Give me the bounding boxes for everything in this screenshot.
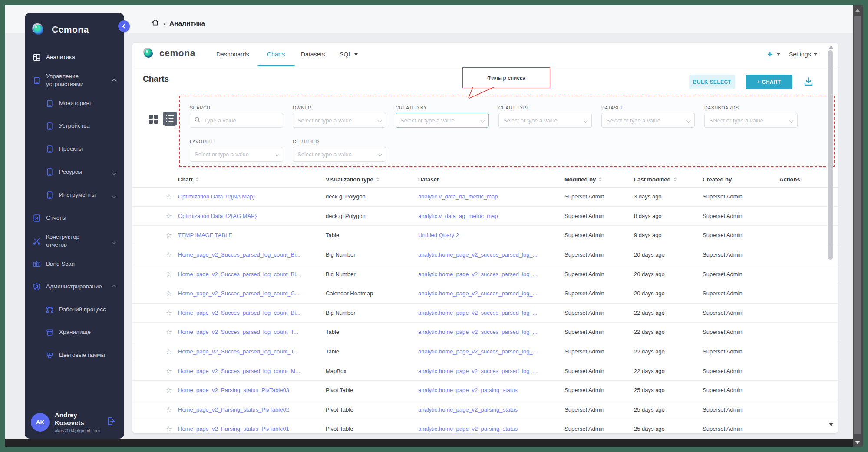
scroll-down-arrow[interactable]	[855, 441, 860, 444]
created-by: Superset Admin	[703, 426, 779, 432]
settings-menu[interactable]: Settings	[789, 43, 817, 66]
created-by-select[interactable]: Select or type a value	[396, 113, 489, 128]
favorite-star-button[interactable]: ☆	[166, 386, 178, 394]
favorite-star-button[interactable]: ☆	[166, 251, 178, 259]
card-view-button[interactable]	[149, 115, 158, 124]
logout-icon[interactable]	[106, 416, 116, 428]
sidebar-item-tools[interactable]: Инструменты	[25, 187, 124, 203]
dataset-link[interactable]: analytic.v_data_ag_metric_map	[418, 213, 564, 219]
sidebar-item-band-scan[interactable]: Band Scan	[25, 256, 124, 272]
sidebar-item-resources[interactable]: Ресурсы	[25, 164, 124, 180]
filter-label: CREATED BY	[396, 105, 489, 110]
sidebar-item-monitoring[interactable]: Мониторинг	[25, 96, 124, 111]
sidebar-item-color-schemes[interactable]: Цветовые гаммы	[25, 347, 124, 363]
dataset-link[interactable]: analytic.home_page_v2_parsing_status	[418, 387, 564, 393]
chevron-down-icon	[378, 118, 382, 122]
chart-link[interactable]: Home_page_v2_Parsing_status_PivTable01	[178, 426, 326, 432]
browser-scrollbar[interactable]	[853, 5, 863, 447]
owner-select[interactable]: Select or type a value	[293, 113, 386, 128]
dataset-link[interactable]: analytic.v_data_na_metric_map	[418, 193, 564, 200]
chart-link[interactable]: Home_page_v2_Succes_parsed_log_count_Bi.…	[178, 251, 326, 258]
sidebar-item-report-builder[interactable]: Конструктор отчетов	[25, 233, 124, 249]
panel-scroll-up-arrow[interactable]	[829, 46, 833, 49]
chart-link[interactable]: Home_page_v2_Succes_parsed_log_count_T..…	[178, 348, 326, 355]
favorite-star-button[interactable]: ☆	[166, 231, 178, 239]
chart-type-select[interactable]: Select or type a value	[498, 113, 592, 128]
home-icon[interactable]	[151, 18, 159, 28]
favorite-star-button[interactable]: ☆	[166, 328, 178, 336]
dataset-link[interactable]: analytic.home_page_v2_succes_parsed_log_…	[418, 368, 564, 374]
user-profile[interactable]: AK Andrey Kosovets akos2004@gmail.com	[31, 411, 120, 434]
sidebar-item-storage[interactable]: Хранилище	[25, 324, 124, 340]
shield-user-icon	[32, 283, 41, 291]
top-strip	[5, 5, 853, 33]
scrollbar-thumb[interactable]	[854, 16, 861, 434]
favorite-star-button[interactable]: ☆	[166, 367, 178, 375]
dataset-link[interactable]: analytic.home_page_v2_succes_parsed_log_…	[418, 251, 564, 258]
column-header-last-modified[interactable]: Last modified	[634, 176, 703, 183]
sidebar-item-administration[interactable]: Администрирование	[25, 279, 124, 294]
favorite-select[interactable]: Select or type a value	[190, 147, 283, 162]
search-input[interactable]	[203, 117, 281, 124]
chart-link[interactable]: Home_page_v2_Succes_parsed_log_count_T..…	[178, 329, 326, 335]
chart-link[interactable]: Home_page_v2_Succes_parsed_log_count_Bi.…	[178, 271, 326, 277]
chart-link[interactable]: Optimization Data T2{NA Map}	[178, 193, 326, 200]
scroll-up-arrow[interactable]	[855, 9, 860, 12]
favorite-star-button[interactable]: ☆	[166, 289, 178, 297]
dataset-select[interactable]: Select or type a value	[601, 113, 695, 128]
panel-scrollbar[interactable]	[828, 50, 833, 260]
add-new-button[interactable]: +	[767, 43, 780, 66]
sidebar-item-analytics[interactable]: Аналитика	[25, 49, 124, 65]
dataset-link[interactable]: analytic.home_page_v2_succes_parsed_log_…	[418, 310, 564, 316]
chart-link[interactable]: Home_page_v2_Succes_parsed_log_count_C..…	[178, 290, 326, 297]
favorite-star-button[interactable]: ☆	[166, 309, 178, 317]
sidebar-item-reports[interactable]: Отчеты	[25, 210, 124, 226]
favorite-star-button[interactable]: ☆	[166, 270, 178, 278]
dataset-link[interactable]: Untitled Query 2	[418, 232, 564, 238]
favorite-star-button[interactable]: ☆	[166, 212, 178, 220]
dataset-link[interactable]: analytic.home_page_v2_succes_parsed_log_…	[418, 348, 564, 355]
dataset-link[interactable]: analytic.home_page_v2_succes_parsed_log_…	[418, 271, 564, 277]
column-header-chart[interactable]: Chart	[178, 176, 326, 183]
list-view-button[interactable]	[163, 112, 177, 126]
column-header-viz-type[interactable]: Visualization type	[326, 176, 418, 183]
chart-link[interactable]: Home_page_v2_Parsing_status_PivTable02	[178, 406, 326, 413]
dashboards-select[interactable]: Select or type a value	[704, 113, 798, 128]
chart-link[interactable]: Home_page_v2_Succes_parsed_log_count_M..…	[178, 368, 326, 374]
sidebar: C Cemona Аналитика Управление устройства…	[25, 13, 124, 439]
sidebar-collapse-button[interactable]	[118, 20, 130, 32]
favorite-star-button[interactable]: ☆	[166, 425, 178, 433]
created-by: Superset Admin	[703, 213, 779, 219]
add-chart-button[interactable]: + CHART	[746, 75, 792, 89]
tab-datasets[interactable]: Datasets	[301, 43, 325, 66]
dataset-link[interactable]: analytic.home_page_v2_parsing_status	[418, 406, 564, 413]
sidebar-item-projects[interactable]: Проекты	[25, 141, 124, 157]
sidebar-item-device-management[interactable]: Управление устройствами	[25, 70, 124, 91]
download-icon[interactable]	[803, 76, 814, 89]
tab-dashboards[interactable]: Dashboards	[216, 43, 249, 66]
created-by: Superset Admin	[703, 251, 779, 258]
chart-link[interactable]: Home_page_v2_Succes_parsed_log_count_Bi.…	[178, 310, 326, 316]
dataset-link[interactable]: analytic.home_page_v2_succes_parsed_log_…	[418, 290, 564, 297]
bulk-select-button[interactable]: BULK SELECT	[689, 75, 735, 89]
favorite-star-button[interactable]: ☆	[166, 406, 178, 414]
sidebar-item-workflow[interactable]: Рабочий процесс	[25, 302, 124, 317]
chevron-down-icon	[686, 118, 691, 122]
modified-by: Superset Admin	[564, 290, 634, 297]
favorite-star-button[interactable]: ☆	[166, 347, 178, 356]
sidebar-item-devices[interactable]: Устройства	[25, 118, 124, 134]
tab-sql[interactable]: SQL	[340, 43, 358, 66]
column-header-modified-by[interactable]: Modified by	[564, 176, 634, 183]
modified-by: Superset Admin	[564, 310, 634, 316]
sidebar-item-label: Ресурсы	[59, 168, 82, 176]
tab-charts[interactable]: Charts	[267, 43, 285, 66]
chart-link[interactable]: Optimization Data T2{AG MAP}	[178, 213, 326, 219]
favorite-star-button[interactable]: ☆	[166, 192, 178, 201]
certified-select[interactable]: Select or type a value	[293, 147, 386, 162]
chart-link[interactable]: Home_page_v2_Parsing_status_PivTable03	[178, 387, 326, 393]
dataset-link[interactable]: analytic.home_page_v2_parsing_status	[418, 426, 564, 432]
viz-type: deck.gl Polygon	[326, 213, 418, 219]
chart-link[interactable]: TEMP IMAGE TABLE	[178, 232, 326, 238]
panel-scroll-down-arrow[interactable]	[829, 423, 833, 426]
dataset-link[interactable]: analytic.home_page_v2_succes_parsed_log_…	[418, 329, 564, 335]
